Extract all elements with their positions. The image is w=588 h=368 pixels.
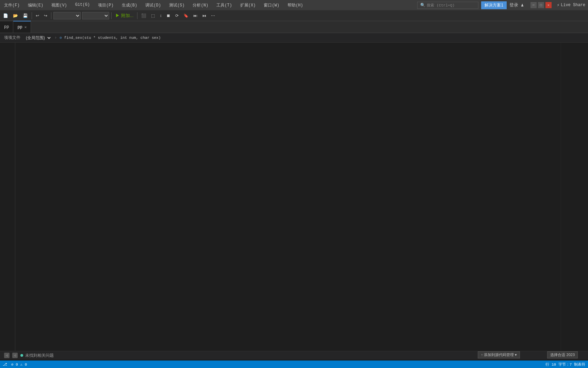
separator-4 xyxy=(137,12,137,19)
menu-help[interactable]: 帮助(H) xyxy=(286,2,305,8)
tab-bar: pp pp ✕ xyxy=(0,21,588,33)
toolbar-new[interactable]: 📄 xyxy=(1,13,10,19)
code-editor[interactable] xyxy=(15,43,561,351)
toolbar-stop[interactable]: ⏹ xyxy=(165,13,172,19)
toolbar-step2[interactable]: ↕ xyxy=(158,13,163,19)
window-controls: ─ □ ✕ xyxy=(530,2,552,8)
toolbar: 📄 📂 💾 ↩ ↪ ▶ 附加... ⬛ ⬚ ↕ ⏹ ⟳ 🔖 ⏭ ⏮ ⋯ xyxy=(0,10,588,21)
cursor-position: 行 10 字节：7 制表符 xyxy=(545,362,585,367)
select-coding-button[interactable]: 选择合适 2023 xyxy=(547,351,578,358)
tab-label-1: pp xyxy=(4,25,9,29)
minimap xyxy=(561,43,588,351)
toolbar-more[interactable]: ⋯ xyxy=(209,13,217,19)
toolbar-next-bookmark[interactable]: ⏭ xyxy=(192,13,199,19)
scroll-left-icon[interactable]: ◁ xyxy=(4,353,10,358)
toolbar-restart[interactable]: ⟳ xyxy=(174,13,180,19)
editor-container xyxy=(0,43,588,351)
function-icon: ⊙ xyxy=(60,36,62,40)
menu-view[interactable]: 视图(V) xyxy=(50,2,68,8)
breadcrumb-project: 项项文件 xyxy=(4,35,20,41)
menu-build[interactable]: 生成(B) xyxy=(120,2,139,8)
tab-pp-1[interactable]: pp xyxy=(0,21,13,33)
title-bar: 文件(F) 编辑(E) 视图(V) Git(G) 项目(P) 生成(B) 调试(… xyxy=(0,0,588,10)
scroll-right-icon[interactable]: ◁ xyxy=(12,353,18,358)
run-button[interactable]: ▶ 附加... xyxy=(114,12,135,19)
maximize-button[interactable]: □ xyxy=(538,2,544,8)
line-numbers xyxy=(0,43,15,351)
breadcrumb-function: ⊙ find_sex(stu * students, int num, char… xyxy=(60,35,161,40)
live-share-label: Live Share xyxy=(561,3,585,7)
config-dropdown[interactable] xyxy=(53,12,81,19)
menu-window[interactable]: 窗口(W) xyxy=(262,2,281,8)
separator-3 xyxy=(111,12,112,19)
error-text: 未找到相关问题 xyxy=(25,353,54,358)
status-bar: ⎇ ⊘ 0 ⚠ 0 行 10 字节：7 制表符 xyxy=(0,361,588,368)
tab-close-button[interactable]: ✕ xyxy=(24,25,27,29)
user-icon: 登录 ♟ xyxy=(509,2,524,8)
close-button[interactable]: ✕ xyxy=(545,2,552,8)
menu-file[interactable]: 文件(F) xyxy=(3,2,21,8)
live-share-icon: ⚡ xyxy=(557,3,559,8)
breadcrumb-separator: › xyxy=(54,35,57,40)
menu-git[interactable]: Git(G) xyxy=(74,2,91,8)
menu-analyze[interactable]: 分析(N) xyxy=(191,2,210,8)
solve-button[interactable]: 解决方案1 xyxy=(481,1,507,9)
function-name: find_sex(stu * students, int num, char s… xyxy=(64,36,161,40)
separator-2 xyxy=(51,12,51,19)
toolbar-attach[interactable]: ⬛ xyxy=(140,13,148,19)
search-icon: 🔍 xyxy=(420,3,425,8)
title-bar-right: 🔍 搜索 (Ctrl+Q) 解决方案1 登录 ♟ ─ □ ✕ ⚡ Live Sh… xyxy=(417,1,585,9)
toolbar-step[interactable]: ⬚ xyxy=(149,13,157,19)
breadcrumb-scope-dropdown[interactable]: (全局范围) xyxy=(23,34,52,41)
search-box[interactable]: 🔍 搜索 (Ctrl+Q) xyxy=(417,2,478,9)
status-bar-right: 行 10 字节：7 制表符 xyxy=(545,362,585,367)
minimize-button[interactable]: ─ xyxy=(530,2,537,8)
menu-test[interactable]: 测试(S) xyxy=(168,2,186,8)
menu-bar: 文件(F) 编辑(E) 视图(V) Git(G) 项目(P) 生成(B) 调试(… xyxy=(3,2,305,8)
add-to-source-button[interactable]: ↑ 添加到源代码管理 ▾ xyxy=(478,351,520,358)
menu-extensions[interactable]: 扩展(X) xyxy=(239,2,257,8)
git-branch-icon: ⎇ xyxy=(3,362,7,367)
menu-project[interactable]: 项目(P) xyxy=(97,2,115,8)
toolbar-save[interactable]: 💾 xyxy=(21,13,30,19)
menu-tools[interactable]: 工具(T) xyxy=(215,2,233,8)
tab-pp-2[interactable]: pp ✕ xyxy=(13,21,31,33)
toolbar-redo[interactable]: ↪ xyxy=(42,13,49,19)
status-dot xyxy=(20,354,23,357)
breadcrumb-bar: 项项文件 (全局范围) › ⊙ find_sex(stu * students,… xyxy=(0,33,588,43)
toolbar-bookmark[interactable]: 🔖 xyxy=(182,13,190,19)
separator-1 xyxy=(32,12,32,19)
toolbar-undo[interactable]: ↩ xyxy=(34,13,41,19)
error-count: ⊘ 0 ⚠ 0 xyxy=(11,362,27,367)
error-bar: ◁ ◁ 未找到相关问题 ↑ 添加到源代码管理 ▾ 选择合适 2023 xyxy=(0,351,588,359)
tab-label-2: pp xyxy=(17,25,22,30)
live-share-button[interactable]: ⚡ Live Share xyxy=(557,3,585,8)
search-placeholder: 搜索 (Ctrl+Q) xyxy=(427,3,454,8)
menu-edit[interactable]: 编辑(E) xyxy=(27,2,45,8)
toolbar-prev-bookmark[interactable]: ⏮ xyxy=(200,13,208,19)
toolbar-open[interactable]: 📂 xyxy=(11,13,20,19)
menu-debug[interactable]: 调试(D) xyxy=(144,2,162,8)
platform-dropdown[interactable] xyxy=(82,12,109,19)
